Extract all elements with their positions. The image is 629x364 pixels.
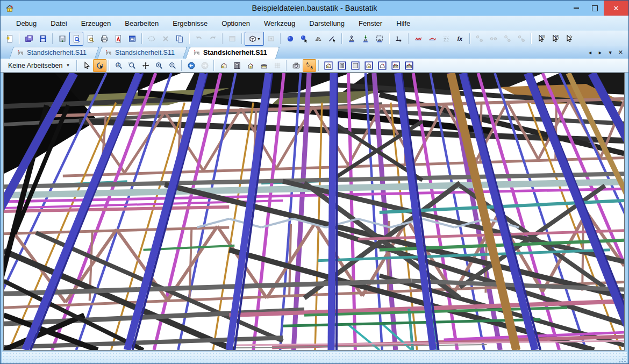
zoom-in-button[interactable] bbox=[152, 59, 166, 72]
view-isometric-button[interactable] bbox=[217, 59, 230, 72]
zoom-window-icon bbox=[128, 61, 137, 70]
resize-grip-icon[interactable] bbox=[618, 355, 626, 362]
create-node-button[interactable] bbox=[283, 32, 297, 46]
toolbar-separator bbox=[531, 33, 532, 44]
support-frame-button[interactable] bbox=[373, 32, 387, 46]
arrange-windows-button bbox=[264, 32, 278, 46]
menu-fenster[interactable]: Fenster bbox=[353, 17, 388, 30]
app-window: Beispieldateien.baustatik - Baustatik ✕ … bbox=[0, 0, 629, 364]
maximize-button[interactable] bbox=[585, 1, 604, 16]
view-side-button[interactable] bbox=[257, 59, 270, 72]
viewbox-front-button[interactable] bbox=[362, 59, 375, 72]
pick-member-button[interactable] bbox=[325, 32, 339, 46]
close-tab-button[interactable]: ✕ bbox=[618, 49, 623, 56]
camera-icon bbox=[292, 61, 301, 70]
copy-button[interactable] bbox=[173, 32, 187, 46]
vbox-door-icon bbox=[338, 61, 346, 70]
scroll-tabs-left-button[interactable]: ◄ bbox=[588, 50, 592, 55]
zoom-all-button[interactable]: A bbox=[112, 59, 125, 72]
print-button[interactable] bbox=[97, 32, 111, 46]
menu-erzeugen[interactable]: Erzeugen bbox=[75, 17, 117, 30]
delete-button bbox=[159, 32, 173, 46]
load-distribution-2-button[interactable] bbox=[425, 32, 439, 46]
toggle-grid-button bbox=[270, 59, 284, 72]
svg-text:A: A bbox=[306, 62, 309, 65]
pointer-icon bbox=[82, 61, 91, 70]
view-front-button[interactable] bbox=[244, 59, 257, 72]
menu-darstellung[interactable]: Darstellung bbox=[303, 17, 351, 30]
tab-1[interactable]: Standsicherheit.S11 bbox=[9, 47, 95, 59]
tab-2[interactable]: Standsicherheit.S11 bbox=[97, 47, 183, 59]
workplane-select[interactable]: Keine Arbeitseben▼ bbox=[3, 61, 74, 70]
viewbox-side-1-button[interactable] bbox=[389, 59, 402, 72]
select-members-button[interactable]: [m] bbox=[534, 32, 548, 46]
save-all-button[interactable] bbox=[55, 32, 69, 46]
print-preview-icon bbox=[72, 34, 81, 43]
delete-x-icon bbox=[161, 34, 170, 43]
menu-bar: DebugDateiErzeugenBearbeitenErgebnisseOp… bbox=[1, 16, 628, 31]
axis-constraint-button[interactable] bbox=[392, 32, 406, 46]
viewbox-door-button[interactable] bbox=[335, 59, 348, 72]
tab-list-dropdown-button[interactable]: ▼ bbox=[608, 50, 613, 55]
capture-view-button[interactable] bbox=[125, 32, 139, 46]
animation-path-button[interactable]: AD bbox=[303, 59, 316, 72]
viewbox-plain-button[interactable] bbox=[348, 59, 362, 72]
minimize-icon bbox=[574, 8, 579, 9]
select-diamond-button[interactable] bbox=[562, 32, 576, 46]
close-button[interactable]: ✕ bbox=[604, 1, 628, 16]
minimize-button[interactable] bbox=[567, 1, 585, 16]
load-distribution-1-button[interactable] bbox=[411, 32, 425, 46]
nav-back-button[interactable] bbox=[184, 59, 198, 72]
toolbar-separator bbox=[389, 33, 390, 44]
support-node-button[interactable] bbox=[345, 32, 359, 46]
function-fx-button[interactable]: fx bbox=[453, 32, 467, 46]
support-load-button[interactable] bbox=[359, 32, 373, 46]
anim-path-icon: AD bbox=[305, 61, 314, 70]
tab-controls: ◄►▼✕ bbox=[588, 46, 623, 59]
pan-tool-button[interactable] bbox=[139, 59, 152, 72]
model-viewport[interactable] bbox=[3, 73, 625, 351]
zoom-window-button[interactable] bbox=[125, 59, 139, 72]
structural-model-3d-view[interactable] bbox=[4, 73, 624, 350]
svg-text:fx: fx bbox=[457, 35, 463, 42]
pdf-export-icon bbox=[114, 34, 123, 43]
window-right-border bbox=[625, 73, 628, 351]
vbox-iso-icon bbox=[324, 61, 333, 70]
menu-optionen[interactable]: Optionen bbox=[216, 17, 256, 30]
vbox-front-icon bbox=[364, 61, 373, 70]
new-document-button[interactable] bbox=[3, 32, 17, 46]
select-areas-button[interactable]: [A] bbox=[548, 32, 562, 46]
viewbox-side-2-button[interactable] bbox=[402, 59, 416, 72]
toolbar-separator bbox=[318, 60, 319, 71]
camera-view-button[interactable] bbox=[289, 59, 303, 72]
save-file-button[interactable] bbox=[36, 32, 50, 46]
house-iso-icon bbox=[219, 61, 228, 70]
pdf-export-button[interactable] bbox=[111, 32, 125, 46]
menu-ergebnisse[interactable]: Ergebnisse bbox=[167, 17, 213, 30]
menu-werkzeug[interactable]: Werkzeug bbox=[258, 17, 301, 30]
menu-hilfe[interactable]: Hilfe bbox=[390, 17, 416, 30]
viewbox-roof-button[interactable] bbox=[375, 59, 389, 72]
pick-node-button[interactable] bbox=[297, 32, 311, 46]
page-preview-button[interactable] bbox=[83, 32, 97, 46]
house-front-icon bbox=[246, 61, 255, 70]
menu-datei[interactable]: Datei bbox=[45, 17, 73, 30]
viewbox-isometric-button[interactable] bbox=[321, 59, 335, 72]
redo-icon bbox=[209, 34, 217, 43]
window-title: Beispieldateien.baustatik - Baustatik bbox=[1, 4, 628, 12]
menu-debug[interactable]: Debug bbox=[10, 17, 42, 30]
pointer-tool-button[interactable] bbox=[80, 59, 93, 72]
toolbar-separator bbox=[213, 60, 215, 71]
print-preview-button[interactable] bbox=[69, 32, 83, 46]
menu-bearbeiten[interactable]: Bearbeiten bbox=[119, 17, 165, 30]
orbit-tool-button[interactable] bbox=[93, 59, 106, 72]
open-file-button[interactable] bbox=[22, 32, 36, 46]
scroll-tabs-right-button[interactable]: ► bbox=[598, 50, 603, 55]
view-cube-button[interactable]: ▾ bbox=[245, 32, 264, 46]
sphere-pointer-icon bbox=[300, 34, 309, 43]
zoom-out-button[interactable] bbox=[166, 59, 179, 72]
view-door-button[interactable] bbox=[230, 59, 244, 72]
page-preview-icon bbox=[86, 34, 95, 43]
tab-3-active[interactable]: Standsicherheit.S11 bbox=[185, 47, 276, 59]
mirror-element-button[interactable] bbox=[311, 32, 325, 46]
